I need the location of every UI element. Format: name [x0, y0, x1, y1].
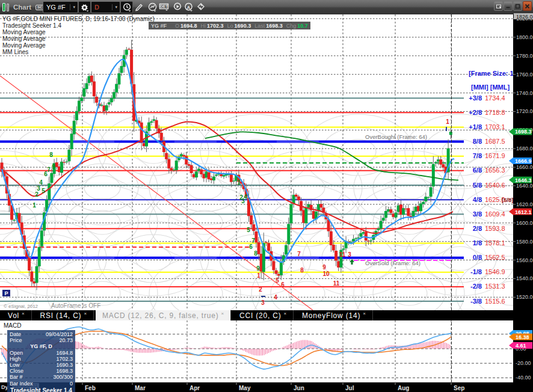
- tooltip-row-value: 300/300: [53, 374, 73, 380]
- candle-down: [254, 231, 257, 242]
- candle-up: [150, 121, 153, 123]
- tab-vol[interactable]: Vol×: [1, 310, 32, 320]
- indicator-list-item: Moving Average: [2, 29, 155, 35]
- price-axis-label: 1560.0: [516, 257, 533, 263]
- mml-value-label: 1656.3: [485, 167, 505, 174]
- navy-dash: [446, 127, 447, 131]
- month-label: Feb: [85, 385, 96, 391]
- macd-badge-text: 4.61: [516, 343, 526, 349]
- tab-close-icon[interactable]: ×: [84, 311, 87, 316]
- signal-number: 11: [339, 251, 346, 258]
- cursor-price-label: 1826.0: [516, 14, 533, 20]
- indicator-list-item: MM Lines: [2, 49, 155, 55]
- mml-frac-label: +2/8: [469, 109, 482, 116]
- overbought-label: OverBought (Frame: 64): [365, 133, 427, 140]
- candle-down: [334, 251, 337, 261]
- signal-number: 3: [348, 251, 351, 258]
- signal-number: 2: [35, 191, 39, 198]
- candle-down: [272, 261, 275, 270]
- price-axis-label: 1540.0: [516, 275, 533, 281]
- tab-cci[interactable]: CCI (20, C)×: [233, 310, 294, 320]
- signal-number: 3: [261, 299, 265, 306]
- mml-value-label: 1578.1: [485, 239, 505, 247]
- mml-blue-glow: [72, 141, 114, 142]
- quote-field-value: 10.7: [297, 23, 308, 29]
- signal-number: 4: [244, 194, 247, 200]
- candle-down: [407, 208, 410, 216]
- tooltip-row: Bar Index0: [10, 381, 73, 387]
- candle-up: [384, 211, 387, 218]
- candle-up: [78, 101, 81, 112]
- candle-up: [304, 207, 307, 223]
- candle-down: [265, 242, 268, 243]
- tab-close-icon[interactable]: ×: [363, 311, 366, 316]
- candle-up: [117, 73, 120, 85]
- macd-axis-label: -40.00: [516, 375, 531, 381]
- tooltip-row-value: 20.73: [59, 337, 73, 343]
- candle-up: [112, 92, 116, 99]
- price-axis-label: 1600.0: [516, 220, 533, 226]
- month-label: Sep: [454, 385, 464, 391]
- tab-close-icon[interactable]: ×: [221, 311, 224, 316]
- data-tooltip: Date09/04/2012Price20.73YG #F, DOpen1694…: [7, 330, 75, 392]
- chart-plot-area[interactable]: 12345678912345678912345678910111131POver…: [0, 0, 533, 392]
- candle-up: [48, 183, 51, 200]
- quote-field-value: 1702.3: [207, 23, 224, 29]
- tab-rsi[interactable]: RSI (14, C)×: [34, 310, 94, 320]
- tooltip-row: Bar #300/300: [10, 374, 73, 380]
- candle-up: [108, 102, 111, 105]
- candle-down: [295, 195, 298, 197]
- signal-number: 7: [251, 237, 255, 244]
- candle-up: [285, 245, 288, 255]
- candle-up: [80, 97, 83, 101]
- signal-number: 1: [446, 118, 449, 125]
- quote-field-label: Chg: [286, 23, 297, 29]
- signal-number: 7: [47, 167, 51, 173]
- candle-up: [115, 84, 118, 93]
- tooltip-row-value: 1698.3: [56, 368, 73, 374]
- candle-down: [252, 224, 255, 231]
- mml-value-label: 1640.6: [485, 182, 505, 189]
- candle-down: [185, 156, 188, 165]
- signal-number: 4: [39, 179, 43, 186]
- price-axis-label: 1760.0: [516, 72, 533, 78]
- candle-up: [434, 162, 437, 164]
- candle-up: [70, 133, 73, 149]
- mml-frac-label: 3/8: [473, 210, 482, 218]
- quote-field-label: Last: [254, 23, 265, 29]
- candle-up: [427, 197, 430, 198]
- tab-macd[interactable]: MACD (12, 26, C, 9, false, true)×: [96, 310, 231, 320]
- tab-moneyflow[interactable]: MoneyFlow (14)×: [295, 310, 373, 320]
- candle-up: [352, 239, 355, 241]
- candle-up: [432, 164, 435, 186]
- candle-up: [73, 121, 76, 135]
- signal-number: 6: [249, 243, 253, 250]
- candle-down: [160, 133, 163, 141]
- candle-down: [330, 231, 333, 245]
- mml-frac-label: 2/8: [473, 225, 482, 232]
- signal-number: 10: [322, 271, 330, 277]
- candle-down: [90, 76, 93, 82]
- signal-number: 4: [274, 294, 277, 301]
- signal-number: 5: [42, 188, 45, 194]
- candle-down: [267, 243, 270, 251]
- indicator-list-item: YG #F,GOLD MINI FUTURES, D, 19:16-17:00 …: [2, 16, 155, 22]
- candle-up: [147, 123, 150, 131]
- candle-down: [190, 165, 193, 173]
- tab-close-icon[interactable]: ×: [22, 311, 25, 316]
- indicator-list: YG #F,GOLD MINI FUTURES, D, 19:16-17:00 …: [2, 16, 155, 55]
- tooltip-row-value: 0: [70, 381, 73, 387]
- mml-value-label: 1515.6: [485, 298, 505, 305]
- price-axis-label: 1520.0: [516, 294, 533, 300]
- signal-number: 11: [333, 280, 340, 287]
- mml-value-label: 1718.8: [485, 109, 505, 116]
- candle-down: [167, 159, 170, 169]
- tooltip-row-value: 1702.3: [56, 356, 73, 362]
- tab-close-icon[interactable]: ×: [284, 311, 287, 316]
- candle-up: [35, 266, 39, 283]
- signal-number: 5: [247, 227, 250, 233]
- price-axis-label: 1800.0: [516, 34, 533, 40]
- candle-down: [208, 173, 211, 180]
- mml-blue-glow: [174, 257, 217, 259]
- candle-up: [382, 218, 385, 221]
